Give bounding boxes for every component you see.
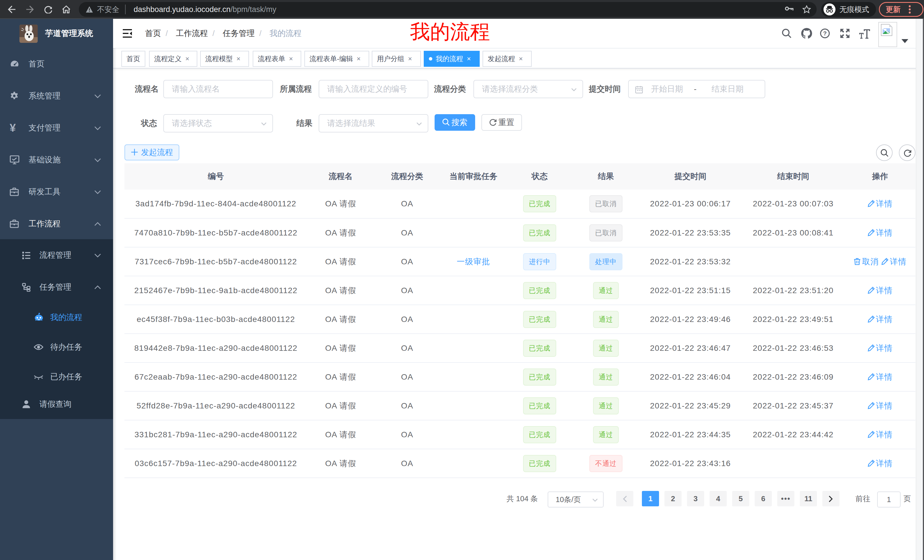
svg-text:?: ?	[823, 30, 827, 36]
